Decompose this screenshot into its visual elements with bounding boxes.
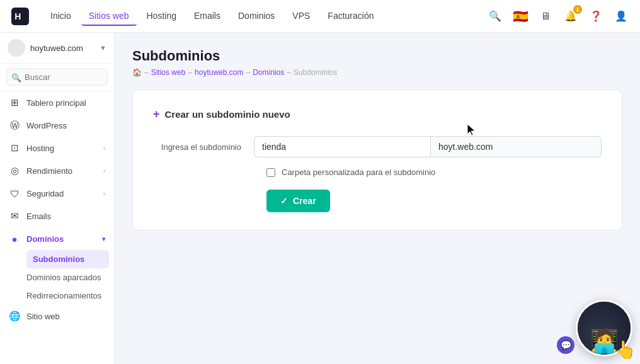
dominios-submenu: Subdominios Dominios aparcados Redirreci… xyxy=(0,250,114,305)
sidebar-sub-item-subdominios[interactable]: Subdominios xyxy=(26,250,109,268)
sidebar-item-label-dominios: Dominios xyxy=(26,234,64,244)
sidebar: hoytuweb.com ▼ 🔍 ⊞ Tablero principal Ⓦ W… xyxy=(0,33,115,364)
sidebar-search-input[interactable] xyxy=(6,69,108,86)
subdomain-input-group: hoyt.web.com xyxy=(254,136,602,157)
flag-icon[interactable]: 🇪🇸 xyxy=(511,8,529,25)
create-button[interactable]: ✓ Crear xyxy=(266,190,330,212)
nav-hosting[interactable]: Hosting xyxy=(139,7,184,26)
logo[interactable]: H xyxy=(10,6,30,26)
hosting-icon: ⊡ xyxy=(9,142,20,154)
expand-arrow-icon: ▾ xyxy=(102,236,105,242)
user-icon[interactable]: 👤 xyxy=(612,8,630,25)
layout: hoytuweb.com ▼ 🔍 ⊞ Tablero principal Ⓦ W… xyxy=(0,0,640,364)
domain-suffix: hoyt.web.com xyxy=(430,136,602,157)
sidebar-item-seguridad[interactable]: 🛡 Seguridad › xyxy=(0,182,114,205)
breadcrumb: 🏠 – Sitios web – hoytuweb.com – Dominios… xyxy=(132,68,622,77)
page-title: Subdominios xyxy=(132,48,622,64)
domain-name: hoytuweb.com xyxy=(30,43,97,53)
sidebar-item-emails[interactable]: ✉ Emails xyxy=(0,205,114,227)
checkbox-row: Carpeta personalizada para el subdominio xyxy=(266,168,602,177)
sidebar-item-label-sitio-web: Sitio web xyxy=(26,312,60,321)
sidebar-item-rendimiento[interactable]: ◎ Rendimiento › xyxy=(0,159,114,182)
custom-folder-checkbox[interactable] xyxy=(266,168,275,177)
nav-links: Inicio Sitios web Hosting Emails Dominio… xyxy=(43,7,486,26)
wordpress-icon: Ⓦ xyxy=(9,120,20,131)
hand-emoji: 👆 xyxy=(614,339,636,360)
breadcrumb-current: Subdominios xyxy=(294,68,337,77)
domain-avatar xyxy=(8,39,25,57)
domain-selector[interactable]: hoytuweb.com ▼ xyxy=(0,33,114,64)
plus-icon: + xyxy=(153,108,160,121)
search-icon[interactable]: 🔍 xyxy=(486,8,504,25)
nav-sitios-web[interactable]: Sitios web xyxy=(81,7,137,26)
breadcrumb-dominios[interactable]: Dominios xyxy=(253,68,284,77)
subdomain-input[interactable] xyxy=(254,136,430,157)
screen-icon[interactable]: 🖥 xyxy=(537,8,554,25)
sidebar-item-label-emails: Emails xyxy=(26,212,51,221)
nav-facturacion[interactable]: Facturación xyxy=(320,7,381,26)
sidebar-item-label-seguridad: Seguridad xyxy=(26,189,64,198)
web-icon: 🌐 xyxy=(9,310,20,322)
expand-arrow-icon: › xyxy=(103,190,105,197)
sidebar-sub-item-aparcados[interactable]: Dominios aparcados xyxy=(26,268,114,287)
create-header: + Crear un subdominio nuevo xyxy=(153,108,602,121)
top-navigation: H Inicio Sitios web Hosting Emails Domin… xyxy=(0,0,640,33)
grid-icon: ⊞ xyxy=(9,97,20,108)
shield-icon: 🛡 xyxy=(9,188,20,199)
nav-actions: 🔍 🇪🇸 🖥 🔔 1 ❓ 👤 xyxy=(486,8,630,25)
chat-bubble[interactable]: 💬 xyxy=(557,336,574,354)
create-label: Crear un subdominio nuevo xyxy=(165,109,290,120)
sidebar-sub-item-redirrecionamientos[interactable]: Redirrecionamientos xyxy=(26,287,114,305)
nav-vps[interactable]: VPS xyxy=(285,7,317,26)
sidebar-item-label-tablero: Tablero principal xyxy=(26,98,86,108)
email-icon: ✉ xyxy=(9,210,20,222)
expand-arrow-icon: › xyxy=(103,145,105,152)
sidebar-item-label-hosting: Hosting xyxy=(26,144,54,153)
nav-inicio[interactable]: Inicio xyxy=(43,7,79,26)
breadcrumb-home-icon: 🏠 xyxy=(132,68,142,77)
sidebar-item-sitio-web[interactable]: 🌐 Sitio web xyxy=(0,305,114,327)
main-content: Subdominios 🏠 – Sitios web – hoytuweb.co… xyxy=(115,33,640,364)
domain-icon: ● xyxy=(9,233,20,244)
sidebar-item-tablero[interactable]: ⊞ Tablero principal xyxy=(0,91,114,114)
help-icon[interactable]: ❓ xyxy=(587,8,605,25)
breadcrumb-sitios-web[interactable]: Sitios web xyxy=(151,68,186,77)
sidebar-item-label-rendimiento: Rendimiento xyxy=(26,166,72,176)
nav-emails[interactable]: Emails xyxy=(186,7,228,26)
sidebar-item-label-wordpress: WordPress xyxy=(26,121,67,130)
breadcrumb-sep2: – xyxy=(188,68,192,77)
sidebar-item-wordpress[interactable]: Ⓦ WordPress xyxy=(0,114,114,137)
sidebar-search-icon: 🔍 xyxy=(11,72,21,82)
checkbox-label: Carpeta personalizada para el subdominio xyxy=(282,168,435,177)
check-icon: ✓ xyxy=(280,196,288,206)
breadcrumb-domain[interactable]: hoytuweb.com xyxy=(195,68,243,77)
subdominios-card: + Crear un subdominio nuevo Ingresa el s… xyxy=(132,89,622,230)
breadcrumb-separator: – xyxy=(144,68,149,77)
form-row-subdomain: Ingresa el subdominio hoyt.web.com xyxy=(153,136,602,157)
sidebar-item-hosting[interactable]: ⊡ Hosting › xyxy=(0,137,114,159)
notification-icon[interactable]: 🔔 1 xyxy=(562,8,580,25)
sidebar-item-dominios[interactable]: ● Dominios ▾ xyxy=(0,227,114,250)
subdomain-label: Ingresa el subdominio xyxy=(153,142,254,152)
expand-arrow-icon: › xyxy=(103,168,105,174)
create-button-label: Crear xyxy=(293,196,316,206)
chevron-down-icon: ▼ xyxy=(100,44,106,52)
gauge-icon: ◎ xyxy=(9,165,20,176)
svg-text:H: H xyxy=(14,11,21,21)
breadcrumb-sep3: – xyxy=(246,68,250,77)
nav-dominios[interactable]: Dominios xyxy=(231,7,282,26)
notification-badge: 1 xyxy=(573,5,582,14)
breadcrumb-sep4: – xyxy=(287,68,291,77)
sidebar-search-container: 🔍 xyxy=(0,64,114,91)
